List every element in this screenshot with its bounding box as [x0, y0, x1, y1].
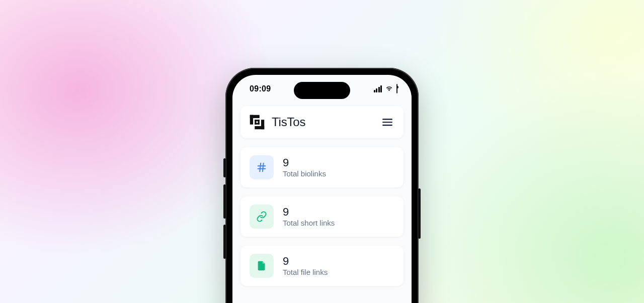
- app-promo-canvas: 09:09: [0, 0, 644, 303]
- svg-line-14: [263, 163, 264, 172]
- dynamic-island: [294, 82, 350, 99]
- stat-value: 9: [283, 206, 335, 218]
- stat-card-shortlinks[interactable]: 9 Total short links: [240, 196, 404, 237]
- stat-label: Total biolinks: [283, 169, 326, 178]
- stat-label: Total file links: [283, 268, 328, 276]
- svg-rect-1: [250, 115, 253, 125]
- svg-line-13: [260, 163, 261, 172]
- stat-value: 9: [283, 157, 326, 169]
- svg-rect-8: [382, 119, 392, 120]
- link-icon: [250, 205, 274, 229]
- svg-rect-3: [261, 120, 264, 129]
- phone-side-button: [223, 158, 226, 177]
- stat-card-biolinks[interactable]: 9 Total biolinks: [240, 147, 404, 187]
- svg-rect-10: [382, 125, 392, 126]
- svg-rect-7: [255, 120, 256, 125]
- stat-card-filelinks[interactable]: 9 Total file links: [240, 246, 404, 286]
- app-body: TisTos: [232, 75, 412, 286]
- brand[interactable]: TisTos: [248, 113, 305, 132]
- phone-side-button: [418, 188, 421, 239]
- file-icon: [250, 254, 274, 278]
- hash-icon: [250, 155, 274, 179]
- brand-logo-icon: [248, 113, 267, 132]
- status-icons: [373, 84, 397, 93]
- svg-rect-9: [382, 122, 392, 123]
- stat-body: 9 Total file links: [283, 255, 328, 276]
- phone-screen: 09:09: [232, 75, 412, 303]
- stat-label: Total short links: [283, 219, 335, 227]
- phone-side-button: [223, 184, 226, 219]
- menu-button[interactable]: [380, 115, 394, 129]
- wifi-icon: [385, 84, 393, 93]
- app-header: TisTos: [240, 106, 404, 138]
- brand-name: TisTos: [272, 115, 305, 129]
- hamburger-icon: [382, 118, 392, 127]
- cellular-signal-icon: [373, 85, 382, 92]
- stat-body: 9 Total biolinks: [283, 157, 326, 178]
- battery-icon: [396, 84, 397, 93]
- stat-body: 9 Total short links: [283, 206, 335, 227]
- stat-value: 9: [283, 255, 328, 267]
- phone-side-button: [223, 225, 226, 259]
- phone-frame: 09:09: [225, 68, 419, 303]
- status-time: 09:09: [250, 84, 271, 93]
